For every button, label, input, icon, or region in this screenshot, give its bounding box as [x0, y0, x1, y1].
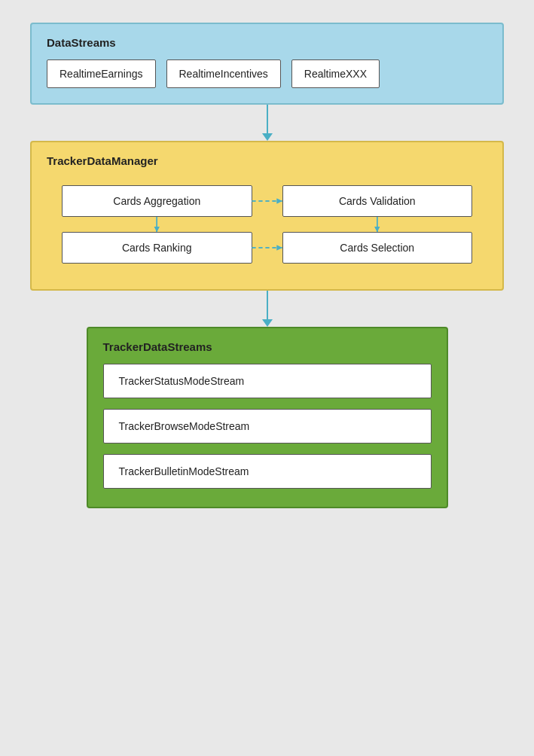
cards-validation-cell: Cards Validation: [267, 178, 488, 224]
realtime-xxx-box: RealtimeXXX: [291, 59, 380, 88]
realtime-incentives-box: RealtimeIncentives: [166, 59, 281, 88]
tracker-data-streams-label: TrackerDataStreams: [103, 340, 432, 353]
tracker-status-mode-stream-box: TrackerStatusModeStream: [103, 364, 432, 398]
arrow-head-1: [262, 133, 273, 141]
arrow-down-2: [262, 291, 273, 327]
datastreams-box: DataStreams RealtimeEarnings RealtimeInc…: [30, 23, 504, 105]
arrow-line-1: [267, 105, 268, 133]
tracker-data-manager-box: TrackerDataManager Cards Aggregation Car…: [30, 141, 504, 291]
cards-selection-cell: Cards Selection: [267, 224, 488, 271]
tracker-bulletin-mode-stream-box: TrackerBulletinModeStream: [103, 454, 432, 489]
arrow-down-1: [262, 105, 273, 141]
cards-grid: Cards Aggregation Cards Validation Cards…: [47, 178, 487, 271]
tracker-browse-mode-stream-box: TrackerBrowseModeStream: [103, 409, 432, 444]
tracker-streams-items-col: TrackerStatusModeStream TrackerBrowseMod…: [103, 364, 432, 489]
cards-ranking-cell: Cards Ranking: [47, 224, 267, 271]
cards-ranking-box: Cards Ranking: [62, 232, 252, 264]
arrow-head-2: [262, 319, 273, 327]
arrow-line-2: [267, 291, 268, 319]
cards-validation-box: Cards Validation: [282, 185, 473, 217]
tracker-data-manager-label: TrackerDataManager: [47, 154, 487, 167]
cards-grid-wrapper: Cards Aggregation Cards Validation Cards…: [47, 178, 487, 271]
diagram-container: DataStreams RealtimeEarnings RealtimeInc…: [30, 23, 504, 508]
cards-aggregation-box: Cards Aggregation: [62, 185, 252, 217]
cards-selection-box: Cards Selection: [282, 232, 473, 264]
tracker-data-streams-box: TrackerDataStreams TrackerStatusModeStre…: [87, 327, 448, 508]
datastreams-label: DataStreams: [47, 36, 487, 49]
cards-aggregation-cell: Cards Aggregation: [47, 178, 267, 224]
datastreams-items-row: RealtimeEarnings RealtimeIncentives Real…: [47, 59, 487, 88]
realtime-earnings-box: RealtimeEarnings: [47, 59, 156, 88]
